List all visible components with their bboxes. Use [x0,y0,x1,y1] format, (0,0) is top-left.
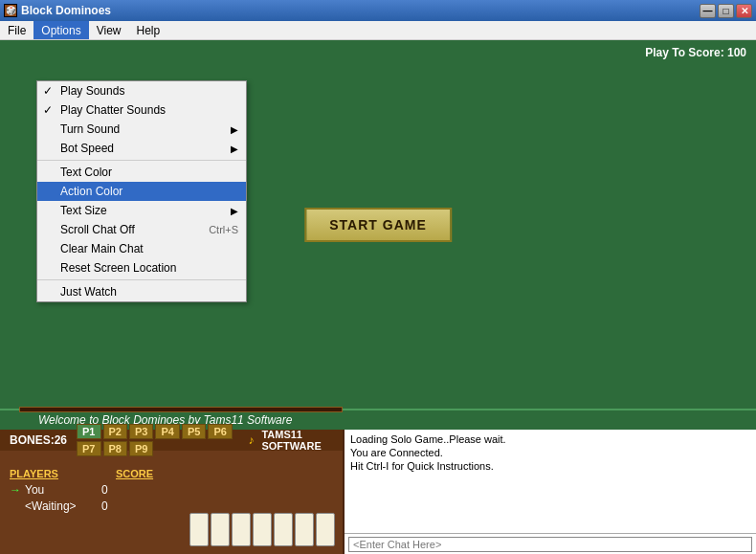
music-icon: ♪ [248,433,254,447]
domino-tile [274,513,293,546]
menu-item-label: Just Watch [60,285,238,299]
menu-item-label: Clear Main Chat [60,242,238,255]
menubar: File Options View Help [0,21,756,40]
menu-item-turn-sound[interactable]: Turn Sound▶ [37,120,246,139]
domino-tile [295,513,314,546]
player-row-you: → You 0 [10,483,333,497]
menu-item-text-color[interactable]: Text Color [37,163,246,182]
menu-view[interactable]: View [89,21,129,39]
player-tab-p8[interactable]: P8 [103,441,127,456]
player-name-waiting: <Waiting> [25,499,101,513]
menu-item-label: Bot Speed [60,142,231,155]
menu-item-label: Text Color [60,166,238,179]
start-game-button[interactable]: START GAME [304,208,452,242]
right-panel: Loading Solo Game..Please wait.You are C… [345,430,756,554]
menu-item-label: Play Chatter Sounds [60,103,238,117]
menu-item-bot-speed[interactable]: Bot Speed▶ [37,139,246,158]
player-tab-p9[interactable]: P9 [129,441,153,456]
titlebar: 🎲 Block Dominoes — □ ✕ [0,0,756,21]
titlebar-buttons: — □ ✕ [700,4,752,18]
menu-item-scroll-chat-off[interactable]: Scroll Chat OffCtrl+S [37,220,246,239]
score-column-header: SCORE [116,468,153,479]
domino-tile [316,513,335,546]
player-score-you: 0 [101,483,130,497]
submenu-arrow-icon: ▶ [231,144,238,154]
brand-label: TAMS11 SOFTWARE [261,429,333,452]
domino-tile [253,513,272,546]
menu-options[interactable]: Options [33,21,88,39]
player-arrow-you: → [10,483,25,497]
submenu-arrow-icon: ▶ [231,124,238,135]
menu-item-play-chatter-sounds[interactable]: ✓Play Chatter Sounds [37,100,246,120]
app-title: Block Dominoes [21,4,111,17]
titlebar-left: 🎲 Block Dominoes [4,4,111,17]
menu-item-label: Reset Screen Location [60,261,238,275]
player-tab-p7[interactable]: P7 [77,441,100,456]
player-tab-p5[interactable]: P5 [182,424,206,439]
menu-check-icon: ✓ [43,84,56,98]
menu-item-just-watch[interactable]: Just Watch [37,282,246,301]
players-header: PLAYERS SCORE [10,468,333,479]
submenu-arrow-icon: ▶ [231,206,238,216]
domino-tile [189,513,209,546]
chat-input-field[interactable] [348,537,752,552]
chat-line: Hit Ctrl-I for Quick Instructions. [350,460,750,472]
player-tabs: P1P2P3P4P5P6P7P8P9 [73,422,242,458]
app-icon: 🎲 [4,4,17,17]
domino-tile [232,513,251,546]
game-area: Play To Score: 100 START GAME ✓Play Soun… [0,40,756,409]
player-tab-p6[interactable]: P6 [208,424,232,439]
chat-input-area [345,533,756,554]
play-to-score: Play To Score: 100 [645,46,746,59]
players-column-header: PLAYERS [10,468,58,479]
menu-file[interactable]: File [0,21,33,39]
minimize-button[interactable]: — [700,4,716,18]
players-section: PLAYERS SCORE → You 0 <Waiting> 0 [0,464,343,520]
menu-item-clear-main-chat[interactable]: Clear Main Chat [37,239,246,258]
player-row-waiting: <Waiting> 0 [10,499,333,513]
menu-item-play-sounds[interactable]: ✓Play Sounds [37,81,246,100]
player-tab-p3[interactable]: P3 [129,424,153,439]
menu-item-reset-screen-location[interactable]: Reset Screen Location [37,258,246,277]
maximize-button[interactable]: □ [718,4,734,18]
player-tab-p1[interactable]: P1 [77,424,100,439]
close-button[interactable]: ✕ [736,4,752,18]
menu-item-action-color[interactable]: Action Color [37,182,246,201]
player-tab-p2[interactable]: P2 [103,424,127,439]
bottom-section: BONES:26 P1P2P3P4P5P6P7P8P9 ♪ TAMS11 SOF… [0,430,756,554]
menu-item-label: Text Size [60,204,231,217]
menu-check-icon: ✓ [43,103,56,117]
progress-bar [19,407,343,412]
menu-item-label: Action Color [60,185,238,198]
player-name-you: You [25,483,101,497]
menu-item-label: Play Sounds [60,84,238,98]
player-tab-p4[interactable]: P4 [155,424,179,439]
chat-line: You are Connected. [350,447,750,458]
menu-help[interactable]: Help [129,21,168,39]
domino-tiles [189,513,335,546]
menu-separator [37,160,246,161]
chat-line: Loading Solo Game..Please wait. [350,433,750,445]
menu-separator [37,279,246,280]
left-panel: BONES:26 P1P2P3P4P5P6P7P8P9 ♪ TAMS11 SOF… [0,430,345,554]
menu-item-label: Scroll Chat Off [60,223,189,236]
bones-bar: BONES:26 P1P2P3P4P5P6P7P8P9 ♪ TAMS11 SOF… [0,430,343,451]
chat-messages: Loading Solo Game..Please wait.You are C… [345,430,756,533]
menu-item-text-size[interactable]: Text Size▶ [37,201,246,220]
menu-item-label: Turn Sound [60,122,231,136]
player-score-waiting: 0 [101,499,130,513]
options-dropdown: ✓Play Sounds✓Play Chatter SoundsTurn Sou… [36,80,247,302]
menu-shortcut: Ctrl+S [189,224,238,235]
domino-tile [211,513,230,546]
bones-label: BONES:26 [10,433,67,447]
